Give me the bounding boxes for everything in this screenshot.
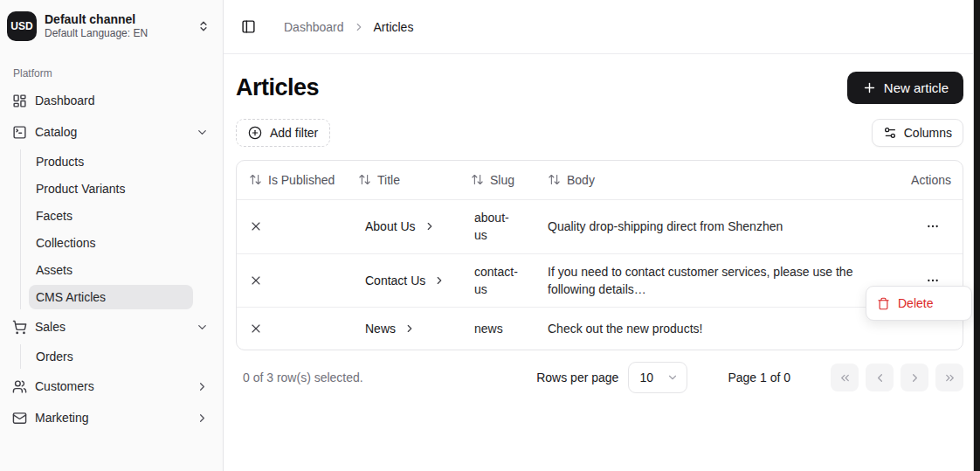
chevron-right-icon [908, 371, 921, 384]
trash-icon [877, 297, 890, 310]
sidebar-item-sales[interactable]: Sales [7, 313, 216, 341]
column-header-slug[interactable]: Slug [462, 169, 535, 192]
panel-left-icon [241, 19, 256, 34]
sidebar-item-label: Customers [35, 379, 94, 393]
published-status-cell [237, 313, 350, 344]
article-body: Check out the new products! [535, 311, 879, 346]
last-page-button[interactable] [935, 364, 963, 391]
main-content: Dashboard Articles Articles New article [224, 0, 973, 471]
channel-switcher[interactable]: USD Default channel Default Language: EN [7, 7, 217, 45]
new-article-label: New article [884, 80, 949, 95]
sort-arrows-icon [249, 173, 262, 186]
breadcrumb: Dashboard Articles [284, 20, 413, 34]
breadcrumb-articles: Articles [374, 20, 414, 34]
chevron-down-icon [666, 371, 679, 384]
mail-icon [12, 411, 27, 426]
add-filter-button[interactable]: Add filter [236, 119, 330, 147]
channel-language: Default Language: EN [45, 28, 190, 39]
sidebar-item-label: Sales [35, 320, 66, 334]
column-header-title[interactable]: Title [350, 169, 462, 192]
sort-arrows-icon [471, 173, 484, 186]
ellipsis-icon [926, 219, 940, 233]
chevron-right-icon [433, 274, 445, 287]
topbar: Dashboard Articles [224, 0, 973, 54]
x-icon [249, 322, 263, 336]
table-footer: 0 of 3 row(s) selected. Rows per page 10… [236, 362, 963, 393]
selection-status: 0 of 3 row(s) selected. [236, 371, 536, 384]
x-icon [249, 219, 263, 233]
article-title-link[interactable]: News [358, 316, 423, 341]
sort-arrows-icon [548, 173, 561, 186]
circle-plus-icon [248, 126, 262, 140]
sidebar-item-cms-articles[interactable]: CMS Articles [29, 285, 193, 309]
article-title-link[interactable]: Contact Us [358, 268, 452, 293]
channel-currency-badge: USD [7, 11, 37, 41]
chevron-down-icon [196, 126, 209, 139]
sidebar-item-collections[interactable]: Collections [29, 231, 193, 255]
rows-per-page-label: Rows per page [536, 371, 618, 384]
published-status-cell [237, 211, 350, 242]
layout-dashboard-icon [12, 94, 27, 108]
chevrons-right-icon [943, 371, 956, 384]
column-header-body[interactable]: Body [535, 169, 879, 192]
article-title-link[interactable]: About Us [358, 214, 443, 239]
chevron-down-icon [196, 321, 209, 334]
article-slug: news [462, 311, 535, 346]
sidebar-item-orders[interactable]: Orders [29, 344, 193, 369]
article-slug: about-us [462, 200, 535, 253]
chevrons-left-icon [839, 371, 852, 384]
chevron-right-icon [196, 412, 209, 425]
chevrons-up-down-icon [197, 20, 210, 32]
sales-sub-menu: Orders [20, 344, 193, 369]
add-filter-label: Add filter [270, 126, 318, 140]
delete-menu-item[interactable]: Delete [870, 290, 968, 316]
previous-page-button[interactable] [866, 364, 894, 391]
window-edge [973, 0, 980, 471]
sidebar-nav: Dashboard Catalog Products Product Varia… [0, 87, 223, 435]
rows-per-page-select[interactable]: 10 [628, 362, 687, 393]
page-info: Page 1 of 0 [728, 371, 790, 384]
sidebar-item-customers[interactable]: Customers [7, 372, 216, 400]
sidebar-item-facets[interactable]: Facets [29, 204, 193, 228]
chevron-right-icon [404, 322, 416, 335]
plus-icon [862, 80, 877, 95]
delete-menu-label: Delete [898, 296, 933, 310]
sidebar-toggle-button[interactable] [236, 14, 261, 39]
sidebar-item-label: Marketing [35, 411, 88, 425]
table-header-row: Is Published Title Slug [237, 161, 963, 199]
pagination [831, 364, 963, 391]
catalog-sub-menu: Products Product Variants Facets Collect… [20, 149, 193, 309]
app-window: USD Default channel Default Language: EN… [0, 0, 980, 471]
published-status-cell [237, 265, 350, 296]
sidebar-item-product-variants[interactable]: Product Variants [29, 177, 193, 201]
page-body: Articles New article Add filter [224, 54, 973, 393]
sidebar-item-marketing[interactable]: Marketing [7, 404, 216, 432]
column-header-is-published[interactable]: Is Published [237, 169, 350, 192]
settings-sliders-icon [883, 126, 897, 140]
new-article-button[interactable]: New article [847, 72, 963, 104]
users-icon [12, 379, 27, 394]
sidebar-item-assets[interactable]: Assets [29, 258, 193, 282]
chevron-right-icon [424, 220, 436, 232]
chevron-left-icon [873, 371, 887, 384]
sidebar-item-catalog[interactable]: Catalog [7, 118, 216, 146]
chevron-right-icon [196, 380, 209, 393]
columns-button[interactable]: Columns [872, 119, 963, 147]
sidebar-item-label: Catalog [35, 125, 77, 139]
channel-name: Default channel [45, 13, 190, 26]
sidebar-item-products[interactable]: Products [29, 149, 193, 174]
article-body: Quality drop-shipping direct from Shenzh… [535, 209, 879, 244]
columns-label: Columns [904, 126, 952, 140]
row-actions-menu: Delete [866, 286, 972, 321]
article-body: If you need to contact customer services… [535, 254, 879, 308]
column-header-actions: Actions [879, 169, 963, 192]
first-page-button[interactable] [831, 364, 859, 391]
table-row: About Us about-us Quality drop-shipping … [237, 199, 963, 253]
article-slug: contact-us [462, 254, 535, 308]
table-row: Contact Us contact-us If you need to con… [237, 253, 963, 308]
next-page-button[interactable] [901, 364, 928, 391]
row-actions-button[interactable] [922, 216, 943, 237]
breadcrumb-dashboard[interactable]: Dashboard [284, 20, 344, 34]
shopping-cart-icon [12, 320, 27, 335]
sidebar-item-dashboard[interactable]: Dashboard [7, 87, 216, 114]
